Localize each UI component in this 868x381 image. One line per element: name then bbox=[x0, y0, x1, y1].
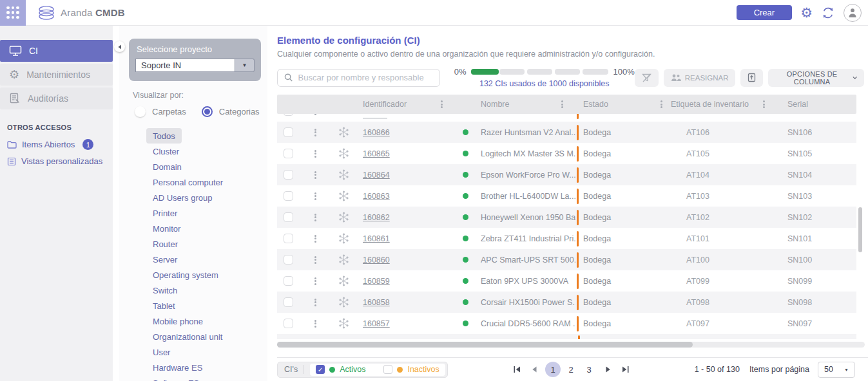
category-item[interactable]: Monitor bbox=[146, 221, 187, 236]
row-checkbox[interactable] bbox=[284, 212, 293, 222]
row-checkbox[interactable] bbox=[284, 276, 293, 286]
filter-activos[interactable]: ✓ Activos bbox=[316, 365, 365, 374]
row-checkbox[interactable] bbox=[284, 149, 293, 158]
row-menu-icon[interactable] bbox=[311, 211, 320, 223]
project-dropdown-arrow-icon[interactable]: ▼ bbox=[235, 59, 255, 72]
row-id-link[interactable]: 160864 bbox=[358, 171, 390, 180]
sidebar-item-ci[interactable]: CI bbox=[0, 40, 113, 62]
settings-icon[interactable]: ⚙ bbox=[800, 6, 813, 19]
row-id-link[interactable]: 160866 bbox=[358, 128, 390, 137]
project-select[interactable]: Soporte IN ▼ bbox=[135, 59, 255, 72]
row-menu-icon[interactable] bbox=[311, 190, 320, 202]
category-item[interactable]: Todos bbox=[146, 128, 182, 144]
relations-icon[interactable] bbox=[329, 122, 358, 143]
category-item[interactable]: Organizational unit bbox=[146, 329, 229, 344]
table-row[interactable]: 160864 Epson WorkForce Pro W... Bodega A… bbox=[277, 164, 856, 185]
first-page-button[interactable] bbox=[510, 362, 523, 376]
table-row[interactable]: 160860 APC Smart-UPS SRT 500... Bodega A… bbox=[277, 249, 856, 270]
page-button[interactable]: 1 bbox=[545, 362, 561, 377]
radio-categorias[interactable]: Categorias bbox=[202, 106, 260, 117]
table-row[interactable]: 160863 Brother HL-L6400DW La... Bodega A… bbox=[277, 185, 856, 207]
category-item[interactable]: User bbox=[146, 344, 177, 360]
row-id-link[interactable]: 160865 bbox=[358, 149, 390, 158]
row-menu-icon[interactable] bbox=[311, 275, 320, 287]
row-id-link[interactable]: 160860 bbox=[358, 256, 390, 265]
column-options-button[interactable]: OPCIONES DE COLUMNA bbox=[768, 69, 864, 87]
filter-off-button[interactable] bbox=[635, 69, 659, 87]
row-checkbox[interactable] bbox=[284, 127, 293, 137]
checkbox-checked-icon[interactable]: ✓ bbox=[316, 365, 325, 374]
table-row[interactable]: 160862 Honeywell Xenon 1950 Ba... Bodega… bbox=[277, 207, 856, 228]
category-item[interactable]: Personal computer bbox=[146, 174, 229, 190]
horizontal-scrollbar[interactable] bbox=[277, 342, 865, 348]
row-checkbox[interactable] bbox=[284, 170, 293, 180]
category-item[interactable]: Cluster bbox=[146, 144, 186, 159]
table-row[interactable]: 160861 Zebra ZT411 Industrial Pri... Bod… bbox=[277, 228, 856, 249]
table-row[interactable]: 160859 Eaton 9PX UPS 3000VA Bodega AT099… bbox=[277, 270, 856, 292]
page-button[interactable]: 2 bbox=[563, 362, 579, 377]
row-id-link[interactable]: 160857 bbox=[358, 319, 390, 328]
sidebar-link-vistas-personalizadas[interactable]: Vistas personalizadas bbox=[7, 156, 113, 166]
filter-inactivos[interactable]: ✓ Inactivos bbox=[383, 365, 439, 374]
sync-icon[interactable] bbox=[821, 6, 835, 20]
relations-icon[interactable] bbox=[329, 164, 358, 185]
column-menu-icon[interactable] bbox=[759, 98, 769, 111]
row-menu-icon[interactable] bbox=[311, 126, 320, 138]
row-id-link[interactable]: 160863 bbox=[358, 192, 390, 201]
category-item[interactable]: Router bbox=[146, 236, 184, 252]
sidebar-link-items-abiertos[interactable]: Items Abiertos 1 bbox=[7, 139, 113, 150]
horizontal-scrollbar-thumb[interactable] bbox=[277, 342, 693, 348]
category-item[interactable]: Operating system bbox=[146, 267, 225, 283]
table-row[interactable]: 160858 Corsair HX1500i Power S... Bodega… bbox=[277, 292, 856, 313]
category-item[interactable]: Printer bbox=[146, 205, 184, 221]
row-checkbox[interactable] bbox=[284, 234, 293, 243]
relations-icon[interactable] bbox=[329, 228, 358, 249]
items-per-page-select[interactable]: 50 ▼ bbox=[818, 362, 855, 378]
category-item[interactable]: Software ES bbox=[146, 375, 206, 381]
search-input[interactable] bbox=[298, 73, 433, 82]
category-item[interactable]: Domain bbox=[146, 159, 188, 174]
previous-page-button[interactable] bbox=[528, 362, 541, 376]
reassign-button[interactable]: REASIGNAR bbox=[664, 69, 736, 87]
row-id-link[interactable]: 160858 bbox=[358, 298, 390, 307]
relations-icon[interactable] bbox=[329, 270, 358, 292]
user-avatar-icon[interactable] bbox=[844, 4, 862, 22]
row-menu-icon[interactable] bbox=[311, 169, 320, 181]
row-menu-icon[interactable] bbox=[311, 317, 320, 330]
row-id-link[interactable]: 160862 bbox=[358, 213, 390, 222]
row-id-link[interactable]: 160859 bbox=[358, 277, 390, 286]
row-checkbox[interactable] bbox=[284, 297, 293, 307]
row-menu-icon[interactable] bbox=[311, 147, 320, 160]
relations-icon[interactable] bbox=[329, 185, 358, 207]
category-item[interactable]: Server bbox=[146, 252, 184, 267]
table-row[interactable]: 160857 Crucial DDR5-5600 RAM ... Bodega … bbox=[277, 313, 856, 334]
relations-icon[interactable] bbox=[329, 143, 358, 164]
table-row[interactable]: 160866 Razer Huntsman V2 Anal... Bodega … bbox=[277, 122, 856, 143]
collapse-panel-button[interactable] bbox=[114, 41, 125, 52]
category-item[interactable]: Mobile phone bbox=[146, 313, 209, 329]
sidebar-item-auditorias[interactable]: Auditorías bbox=[0, 88, 113, 109]
row-checkbox[interactable] bbox=[284, 255, 293, 265]
relations-icon[interactable] bbox=[329, 207, 358, 228]
relations-icon[interactable] bbox=[329, 292, 358, 313]
page-button[interactable]: 3 bbox=[581, 362, 597, 377]
row-menu-icon[interactable] bbox=[311, 232, 320, 245]
sidebar-item-mantenimientos[interactable]: ⚙ Mantenimientos bbox=[0, 64, 113, 86]
table-row[interactable]: 160865 Logitech MX Master 3S M... Bodega… bbox=[277, 143, 856, 164]
column-menu-icon[interactable] bbox=[657, 98, 666, 111]
relations-icon[interactable] bbox=[329, 313, 358, 334]
category-item[interactable]: AD Users group bbox=[146, 190, 218, 205]
app-launcher-icon[interactable] bbox=[0, 0, 26, 26]
radio-carpetas[interactable]: Carpetas bbox=[135, 106, 186, 117]
export-button[interactable] bbox=[740, 69, 763, 87]
search-box[interactable] bbox=[277, 69, 440, 87]
next-page-button[interactable] bbox=[601, 362, 614, 376]
column-menu-icon[interactable] bbox=[557, 98, 567, 111]
vertical-scrollbar-thumb[interactable] bbox=[858, 207, 862, 252]
row-id-link[interactable]: 160861 bbox=[358, 234, 390, 243]
category-item[interactable]: Tablet bbox=[146, 298, 182, 313]
checkbox-unchecked-icon[interactable]: ✓ bbox=[383, 365, 392, 374]
last-page-button[interactable] bbox=[619, 362, 632, 376]
row-checkbox[interactable] bbox=[284, 319, 293, 328]
category-item[interactable]: Switch bbox=[146, 283, 184, 298]
